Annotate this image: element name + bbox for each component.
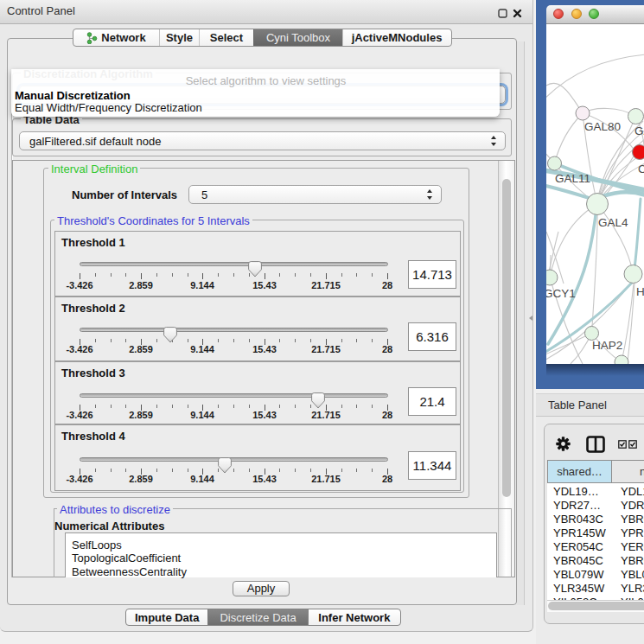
svg-text:HAP2: HAP2 xyxy=(592,339,622,352)
svg-text:GAL4: GAL4 xyxy=(598,216,628,229)
svg-text:CD: CD xyxy=(638,163,644,175)
svg-text:GCY1: GCY1 xyxy=(546,287,576,300)
svg-text:GA: GA xyxy=(634,124,644,137)
svg-text:GAL80: GAL80 xyxy=(584,120,621,133)
svg-text:GAL11: GAL11 xyxy=(555,172,590,185)
svg-text:H: H xyxy=(636,285,644,298)
